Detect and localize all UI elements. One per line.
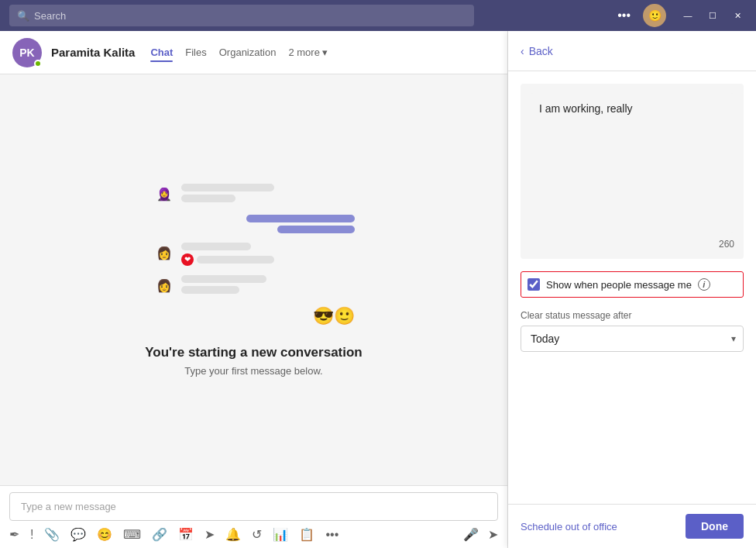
msg-avatar-1: 🧕	[153, 184, 175, 205]
schedule-out-of-office-link[interactable]: Schedule out of office	[521, 521, 617, 532]
avatar-initials: PK	[19, 47, 34, 59]
msg-bubble-3a	[181, 275, 266, 283]
format-icon[interactable]: ✒	[9, 527, 19, 542]
msg-bubble-2a	[181, 243, 251, 250]
praise-icon[interactable]: 🔔	[225, 527, 241, 542]
emoji-icon[interactable]: 😊	[97, 527, 112, 542]
chat-body: 🧕 👩 ❤	[0, 74, 507, 485]
msg-avatar-2: 👩	[153, 243, 175, 264]
msg-bubble-1a	[181, 184, 274, 191]
schedule-icon[interactable]: 📅	[178, 527, 194, 542]
emoji-bar: 😎🙂	[153, 306, 355, 326]
msg-row-sent	[153, 215, 355, 233]
conversation-illustration: 🧕 👩 ❤	[153, 184, 355, 326]
tab-files[interactable]: Files	[185, 43, 206, 61]
new-convo-title: You're starting a new conversation	[145, 345, 363, 360]
close-button[interactable]: ✕	[728, 6, 747, 25]
info-icon[interactable]: i	[698, 278, 710, 291]
show-when-messaging-row: Show when people message me i	[521, 271, 744, 298]
toolbar-right: 🎤 ➤	[463, 527, 498, 542]
status-textarea-container: 260	[521, 84, 744, 259]
show-when-messaging-checkbox[interactable]	[527, 278, 540, 291]
sent-group	[246, 215, 355, 233]
contact-avatar: PK	[12, 38, 42, 67]
reaction-icon: ❤	[181, 253, 194, 266]
message-input-placeholder[interactable]: Type a new message	[9, 492, 498, 521]
search-input[interactable]	[34, 10, 466, 22]
sent-bubble-2	[277, 226, 355, 233]
done-button[interactable]: Done	[686, 514, 744, 539]
status-dot	[34, 60, 42, 67]
back-label: Back	[529, 45, 553, 57]
tab-chat[interactable]: Chat	[150, 43, 173, 61]
minimize-button[interactable]: —	[679, 6, 697, 25]
meet-icon[interactable]: 💬	[70, 527, 86, 542]
attach-icon[interactable]: 📎	[44, 527, 60, 542]
audio-icon[interactable]: 🎤	[463, 527, 479, 542]
chevron-down-icon: ▾	[322, 47, 328, 58]
msg-row-3: 👩	[153, 275, 355, 297]
window-controls: — ☐ ✕	[679, 6, 747, 25]
sticker-icon[interactable]: 🔗	[152, 527, 167, 542]
status-input[interactable]	[530, 93, 734, 233]
loop-icon[interactable]: ➤	[204, 527, 215, 542]
msg-row-2: 👩 ❤	[153, 243, 355, 266]
message-toolbar: ✒ ! 📎 💬 😊 ⌨ 🔗 📅 ➤ 🔔 ↺ 📊 📋 ••• 🎤 ➤	[0, 524, 507, 548]
send-icon[interactable]: ➤	[488, 527, 498, 542]
search-bar[interactable]: 🔍	[9, 5, 474, 26]
tab-more[interactable]: 2 more ▾	[288, 43, 327, 61]
contact-name: Paramita Kalita	[51, 46, 135, 59]
emoji-display: 😎🙂	[313, 306, 355, 326]
main-layout: PK Paramita Kalita Chat Files Organizati…	[0, 31, 756, 548]
search-icon: 🔍	[17, 10, 29, 22]
right-panel: ‹ Back 260 Show when people message me i…	[508, 31, 756, 548]
header-tabs: Chat Files Organization 2 more ▾	[150, 43, 328, 61]
more-icon[interactable]: •••	[325, 528, 338, 542]
msg-row-1: 🧕	[153, 184, 355, 205]
video-icon[interactable]: ↺	[252, 527, 262, 542]
more-options-icon[interactable]: •••	[614, 5, 634, 26]
contact-header: PK Paramita Kalita Chat Files Organizati…	[0, 31, 507, 74]
sent-bubble-1	[246, 215, 355, 222]
char-count: 260	[530, 239, 734, 250]
more-label: 2 more	[288, 47, 319, 58]
back-chevron-icon: ‹	[521, 45, 524, 57]
chat-area: PK Paramita Kalita Chat Files Organizati…	[0, 31, 508, 548]
back-button[interactable]: ‹ Back	[521, 45, 553, 57]
msg-avatar-3: 👩	[153, 275, 175, 297]
msg-bubble-1b	[181, 195, 235, 202]
clear-after-dropdown[interactable]: Never Today 1 hour 4 hours This week	[521, 326, 744, 352]
msg-bubble-2b	[197, 256, 274, 264]
user-avatar[interactable]: 🙂	[643, 4, 666, 27]
checkbox-label: Show when people message me	[546, 279, 692, 291]
panel-footer: Schedule out of office Done	[508, 504, 756, 548]
titlebar-right: ••• 🙂 — ☐ ✕	[614, 4, 747, 27]
panel-header: ‹ Back	[508, 31, 756, 71]
titlebar: 🔍 ••• 🙂 — ☐ ✕	[0, 0, 756, 31]
clear-after-label: Clear status message after	[521, 310, 744, 321]
forms-icon[interactable]: 📋	[299, 527, 314, 542]
input-area: Type a new message ✒ ! 📎 💬 😊 ⌨ 🔗 📅 ➤ 🔔 ↺…	[0, 485, 507, 548]
panel-body: 260 Show when people message me i Clear …	[508, 71, 756, 504]
whiteboard-icon[interactable]: 📊	[273, 527, 288, 542]
tab-organization[interactable]: Organization	[219, 43, 277, 61]
urgent-icon[interactable]: !	[30, 528, 33, 542]
clear-after-dropdown-wrapper: Never Today 1 hour 4 hours This week ▾	[521, 326, 744, 352]
msg-bubble-3b	[181, 286, 239, 294]
maximize-button[interactable]: ☐	[703, 6, 722, 25]
new-convo-subtitle: Type your first message below.	[184, 365, 322, 377]
avatar-image: 🙂	[648, 9, 662, 22]
gif-icon[interactable]: ⌨	[123, 527, 141, 542]
